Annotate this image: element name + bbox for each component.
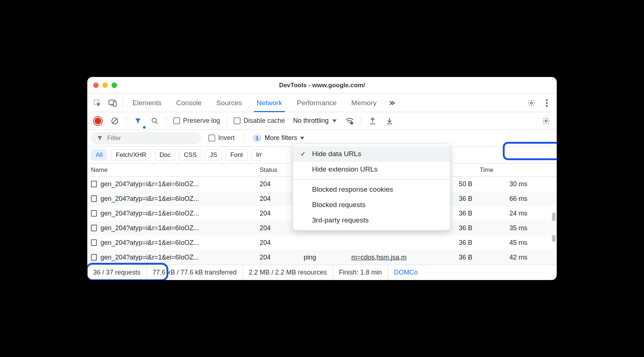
devtools-window: DevTools - www.google.com/ Elements Cons… xyxy=(87,77,557,280)
network-settings-icon[interactable] xyxy=(539,114,553,128)
status-resources: 2.2 MB / 2.2 MB resources xyxy=(243,265,333,280)
caret-down-icon xyxy=(332,119,337,122)
close-window[interactable] xyxy=(93,82,99,88)
check-icon: ✓ xyxy=(300,150,307,158)
inspect-icon[interactable] xyxy=(90,96,104,110)
more-filters-menu: ✓ Hide data URLs Hide extension URLs Blo… xyxy=(293,144,450,231)
document-icon xyxy=(91,254,97,261)
menu-hide-extension-urls[interactable]: Hide extension URLs xyxy=(293,162,450,177)
filter-input[interactable] xyxy=(106,134,195,142)
window-title: DevTools - www.google.com/ xyxy=(92,82,552,89)
settings-icon[interactable] xyxy=(524,96,538,110)
document-icon xyxy=(91,210,97,217)
status-domcontent: DOMCo xyxy=(388,265,424,280)
record-button[interactable] xyxy=(91,114,105,128)
throttling-select[interactable]: No throttling xyxy=(290,117,340,125)
panel-tabs: Elements Console Sources Network Perform… xyxy=(87,94,557,112)
annotation-highlight xyxy=(87,263,168,280)
svg-point-6 xyxy=(546,105,548,107)
caret-down-icon xyxy=(300,137,304,140)
network-conditions-icon[interactable] xyxy=(343,114,356,128)
tab-sources[interactable]: Sources xyxy=(210,94,249,112)
pill-fetch-xhr[interactable]: Fetch/XHR xyxy=(111,149,151,161)
initiator-link[interactable]: m=cdos,hsm,jsa,m xyxy=(351,254,407,261)
status-bar: 36 / 37 requests 77.6 kB / 77.6 kB trans… xyxy=(87,265,557,280)
svg-point-4 xyxy=(546,99,548,101)
pill-js[interactable]: JS xyxy=(205,149,222,161)
maximize-window[interactable] xyxy=(111,82,117,88)
filter-toggle-icon[interactable] xyxy=(131,114,145,128)
menu-3rd-party-requests[interactable]: 3rd-party requests xyxy=(293,213,450,228)
pill-all[interactable]: All xyxy=(91,149,107,161)
search-icon[interactable] xyxy=(148,114,162,128)
titlebar: DevTools - www.google.com/ xyxy=(87,77,557,94)
filter-input-wrap[interactable] xyxy=(91,132,201,144)
more-filters-dropdown[interactable]: 1 More filters xyxy=(250,134,307,142)
table-row[interactable]: gen_204?atyp=i&r=1&ei=6IoOZ...204pingm=c… xyxy=(87,250,557,265)
pill-font[interactable]: Font xyxy=(226,149,248,161)
upload-har-icon[interactable] xyxy=(366,114,380,128)
disable-cache-checkbox[interactable]: Disable cache xyxy=(231,117,287,125)
type-filter-bar: All Fetch/XHR Doc CSS JS Font Img Other … xyxy=(87,147,557,163)
col-name[interactable]: Name xyxy=(87,166,256,174)
menu-blocked-requests[interactable]: Blocked requests xyxy=(293,197,450,213)
tab-console[interactable]: Console xyxy=(169,94,208,112)
tab-elements[interactable]: Elements xyxy=(126,94,168,112)
document-icon xyxy=(91,239,97,246)
svg-point-9 xyxy=(152,118,157,122)
invert-checkbox[interactable]: Invert xyxy=(206,134,237,142)
status-finish: Finish: 1.8 min xyxy=(333,265,388,280)
pill-doc[interactable]: Doc xyxy=(155,149,175,161)
table-row[interactable]: gen_204?atyp=i&r=1&ei=6IoOZ...20436 B45 … xyxy=(87,235,557,250)
traffic-lights xyxy=(93,82,117,88)
pill-img[interactable]: Img xyxy=(251,149,262,161)
svg-line-10 xyxy=(156,122,158,124)
document-icon xyxy=(91,225,97,231)
svg-point-5 xyxy=(546,102,548,104)
svg-point-12 xyxy=(351,122,352,123)
kebab-menu-icon[interactable] xyxy=(540,96,554,110)
tab-network[interactable]: Network xyxy=(250,94,289,112)
preserve-log-checkbox[interactable]: Preserve log xyxy=(171,117,222,125)
network-toolbar: Preserve log Disable cache No throttling xyxy=(87,112,557,130)
document-icon xyxy=(91,181,97,187)
menu-hide-data-urls[interactable]: ✓ Hide data URLs xyxy=(293,146,450,162)
svg-point-13 xyxy=(545,120,547,122)
filter-count-badge: 1 xyxy=(253,134,261,142)
minimize-window[interactable] xyxy=(102,82,108,88)
more-tabs-icon[interactable] xyxy=(385,96,399,110)
svg-rect-2 xyxy=(113,102,116,106)
funnel-icon xyxy=(97,135,103,141)
tab-performance[interactable]: Performance xyxy=(290,94,343,112)
document-icon xyxy=(91,195,97,202)
col-time[interactable]: Time xyxy=(476,166,531,174)
menu-blocked-cookies[interactable]: Blocked response cookies xyxy=(293,182,450,197)
svg-point-3 xyxy=(530,102,533,104)
tab-memory[interactable]: Memory xyxy=(345,94,383,112)
clear-button[interactable] xyxy=(108,114,122,128)
device-toggle-icon[interactable] xyxy=(106,96,120,110)
pill-css[interactable]: CSS xyxy=(179,149,201,161)
svg-line-8 xyxy=(113,118,117,123)
download-har-icon[interactable] xyxy=(383,114,396,128)
